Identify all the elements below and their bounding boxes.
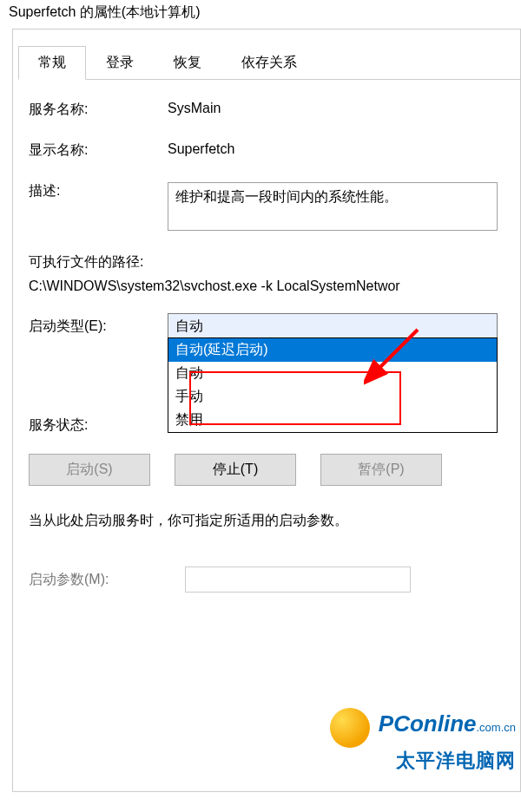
pause-button: 暂停(P)	[320, 454, 442, 486]
startup-hint: 当从此处启动服务时，你可指定所适用的启动参数。	[29, 512, 505, 530]
tab-recovery[interactable]: 恢复	[154, 46, 221, 80]
startup-option-auto[interactable]: 自动	[168, 362, 497, 385]
watermark-globe-icon	[330, 708, 370, 748]
properties-dialog: 常规 登录 恢复 依存关系 服务名称: SysMain 显示名称: Superf…	[12, 29, 521, 792]
start-button: 启动(S)	[29, 454, 150, 486]
display-name-label: 显示名称:	[29, 141, 168, 160]
startup-type-label: 启动类型(E):	[29, 318, 168, 336]
startup-type-list: 自动(延迟启动) 自动 手动 禁用	[168, 337, 498, 433]
start-params-label: 启动参数(M):	[29, 571, 185, 589]
description-label: 描述:	[29, 182, 168, 200]
status-label: 服务状态:	[29, 416, 168, 435]
startup-type-selected[interactable]: 自动	[168, 313, 498, 340]
stop-button[interactable]: 停止(T)	[175, 454, 296, 486]
exe-path-label: 可执行文件的路径:	[29, 253, 505, 272]
window-title: Superfetch 的属性(本地计算机)	[0, 0, 521, 29]
exe-path-value: C:\WINDOWS\system32\svchost.exe -k Local…	[29, 278, 505, 294]
startup-option-manual[interactable]: 手动	[168, 385, 497, 409]
service-name-value: SysMain	[168, 101, 221, 116]
description-textbox[interactable]: 维护和提高一段时间内的系统性能。	[168, 182, 498, 231]
watermark: PConline.com.cn 太平洋电脑网	[330, 708, 516, 774]
tabs: 常规 登录 恢复 依存关系	[18, 45, 520, 80]
watermark-text1: PConline.com.cn	[379, 710, 516, 737]
startup-type-dropdown[interactable]: 自动 自动(延迟启动) 自动 手动 禁用	[168, 313, 498, 340]
watermark-text2: 太平洋电脑网	[330, 748, 516, 774]
tab-content: 服务名称: SysMain 显示名称: Superfetch 描述: 维护和提高…	[13, 80, 520, 593]
start-params-input[interactable]	[185, 566, 411, 593]
startup-option-delayed[interactable]: 自动(延迟启动)	[168, 338, 497, 362]
display-name-value: Superfetch	[168, 141, 234, 157]
startup-option-disabled[interactable]: 禁用	[168, 409, 497, 432]
tab-logon[interactable]: 登录	[86, 46, 154, 80]
tab-general[interactable]: 常规	[18, 46, 86, 80]
tab-dependencies[interactable]: 依存关系	[221, 46, 317, 80]
service-name-label: 服务名称:	[29, 101, 168, 119]
